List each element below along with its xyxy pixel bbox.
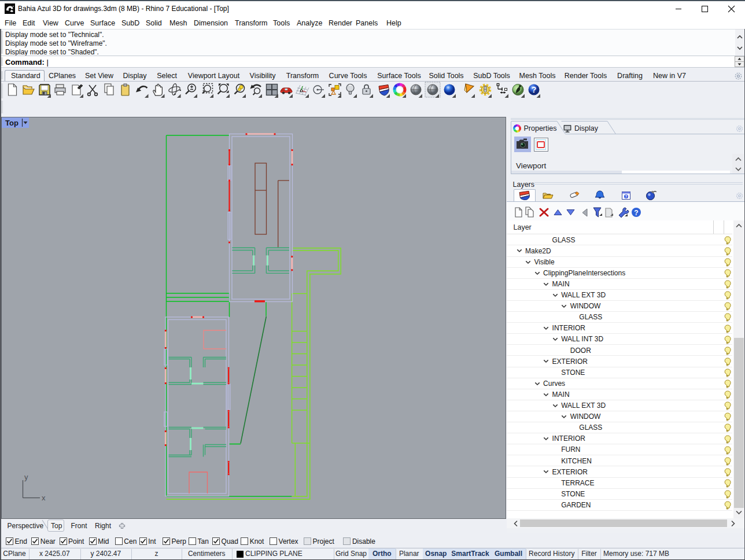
svg-text:y: y bbox=[24, 473, 28, 481]
svg-text:?: ? bbox=[625, 194, 627, 198]
svg-text:?: ? bbox=[532, 85, 537, 94]
svg-text:?: ? bbox=[634, 209, 638, 217]
svg-text:x: x bbox=[42, 493, 46, 502]
